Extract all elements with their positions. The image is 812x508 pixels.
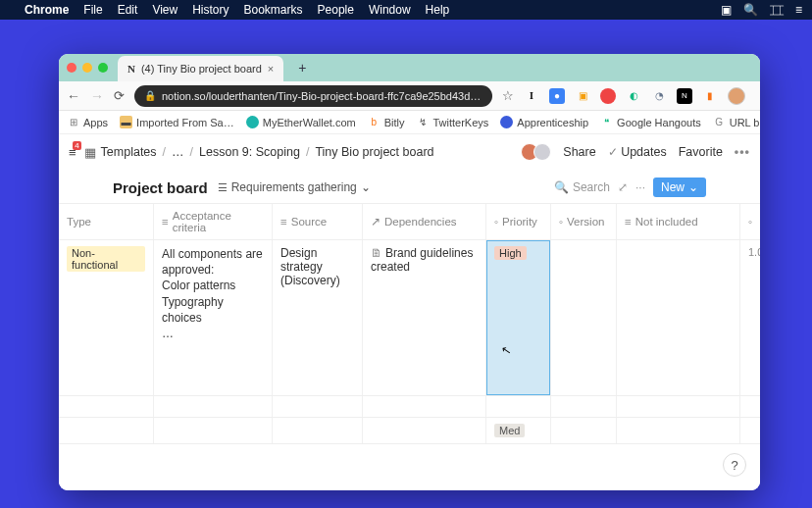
- back-button[interactable]: ←: [67, 88, 80, 104]
- close-window-icon[interactable]: [67, 63, 76, 73]
- extension-icon[interactable]: ▣: [575, 88, 590, 104]
- menu-view[interactable]: View: [152, 3, 178, 17]
- help-button[interactable]: ?: [723, 453, 746, 477]
- menu-file[interactable]: File: [83, 3, 102, 17]
- bookmark-star-icon[interactable]: ☆: [502, 88, 514, 103]
- page-more-icon[interactable]: •••: [735, 145, 750, 159]
- notion-page: ≡4 ▦ Templates / … / Lesson 9: Scoping /…: [59, 134, 760, 490]
- cell-extra: 1.0: [740, 240, 758, 395]
- crumb-lesson[interactable]: Lesson 9: Scoping: [199, 145, 300, 159]
- window-controls: [67, 63, 108, 73]
- browser-tabbar: N (4) Tiny Bio project board × +: [59, 54, 760, 81]
- maximize-window-icon[interactable]: [98, 63, 108, 73]
- crumb-ellipsis[interactable]: …: [172, 145, 184, 159]
- browser-tab[interactable]: N (4) Tiny Bio project board ×: [118, 56, 283, 81]
- notion-favicon-icon: N: [127, 63, 135, 75]
- cell-priority-selected[interactable]: High: [486, 240, 551, 395]
- bookmark-folder[interactable]: ▬Imported From Sa…: [120, 116, 234, 128]
- column-source[interactable]: ≡Source: [273, 204, 363, 239]
- search-button[interactable]: 🔍 Search: [554, 180, 610, 194]
- updates-button[interactable]: ✓ Updates: [608, 145, 667, 159]
- bookmark-item[interactable]: MyEtherWallet.com: [246, 116, 356, 128]
- favorite-button[interactable]: Favorite: [679, 145, 723, 159]
- close-tab-icon[interactable]: ×: [268, 63, 274, 75]
- extension-icon[interactable]: ▮: [702, 88, 718, 104]
- minimize-window-icon[interactable]: [82, 63, 92, 73]
- table-row[interactable]: [59, 396, 760, 418]
- crumb-page[interactable]: Tiny Bio project board: [315, 145, 433, 159]
- bookmark-item[interactable]: bBitly: [368, 116, 405, 128]
- bookmark-apps[interactable]: ⊞Apps: [67, 116, 108, 128]
- column-acceptance[interactable]: ≡Acceptance criteria: [154, 204, 273, 239]
- extension-icon[interactable]: I: [524, 88, 539, 104]
- menu-edit[interactable]: Edit: [118, 3, 138, 17]
- extension-icon[interactable]: ●: [549, 88, 565, 104]
- browser-window: N (4) Tiny Bio project board × + ← → ⟳ 🔒…: [59, 54, 760, 490]
- share-button[interactable]: Share: [563, 145, 595, 159]
- extension-icon[interactable]: [600, 88, 616, 104]
- toggle-icon[interactable]: ⌶⌶: [770, 3, 784, 17]
- list-view-icon: ☰: [218, 181, 228, 194]
- column-dependencies[interactable]: ↗Dependencies: [363, 204, 486, 239]
- extension-icon[interactable]: ◔: [651, 88, 667, 104]
- column-version[interactable]: ◦Version: [551, 204, 617, 239]
- bookmark-item[interactable]: GURL builder: [713, 116, 760, 128]
- profile-avatar[interactable]: [728, 87, 745, 105]
- menu-people[interactable]: People: [318, 3, 354, 17]
- breadcrumb: Templates / … / Lesson 9: Scoping / Tiny…: [101, 145, 434, 159]
- menu-window[interactable]: Window: [369, 3, 411, 17]
- cell-source: Design strategy (Discovery): [280, 246, 354, 287]
- forward-button[interactable]: →: [90, 88, 104, 104]
- bookmarks-bar: ⊞Apps ▬Imported From Sa… MyEtherWallet.c…: [59, 111, 760, 134]
- column-type[interactable]: Type: [59, 204, 154, 239]
- table-row[interactable]: Med: [59, 418, 760, 444]
- address-bar[interactable]: 🔒 notion.so/louderthanten/Tiny-Bio-proje…: [134, 85, 492, 107]
- view-selector[interactable]: ☰ Requirements gathering ⌄: [218, 180, 371, 194]
- cell-dependencies: 🗎Brand guidelines created: [371, 246, 478, 274]
- bookmark-item[interactable]: ❝Google Hangouts: [600, 116, 701, 128]
- cell-acceptance: All components are approved: Color patte…: [162, 246, 264, 341]
- table-row[interactable]: Non-functional All components are approv…: [59, 240, 760, 396]
- type-tag: Non-functional: [67, 246, 145, 272]
- cell-not-included: [617, 240, 740, 395]
- menu-history[interactable]: History: [192, 3, 228, 17]
- database-header: Project board ☰ Requirements gathering ⌄…: [59, 170, 760, 203]
- presence-avatars[interactable]: [526, 143, 551, 161]
- menu-help[interactable]: Help: [426, 3, 450, 17]
- extension-icon[interactable]: N: [677, 88, 692, 104]
- url-text: notion.so/louderthanten/Tiny-Bio-project…: [162, 90, 482, 102]
- notification-badge: 4: [73, 141, 80, 150]
- new-button[interactable]: New⌄: [653, 178, 706, 197]
- view-options-icon[interactable]: ···: [635, 180, 645, 194]
- column-not-included[interactable]: ≡Not included: [617, 204, 740, 239]
- column-priority[interactable]: ◦Priority: [486, 204, 551, 239]
- column-more[interactable]: ◦: [740, 204, 758, 239]
- tab-title: (4) Tiny Bio project board: [141, 63, 262, 75]
- bookmark-item[interactable]: Apprenticeship: [500, 116, 588, 128]
- chrome-menu-icon[interactable]: ⋮: [755, 88, 760, 104]
- database-table: Type ≡Acceptance criteria ≡Source ↗Depen…: [59, 203, 760, 490]
- page-icon: 🗎: [371, 246, 382, 260]
- screen-record-icon[interactable]: ▣: [721, 3, 732, 17]
- lock-icon: 🔒: [144, 90, 156, 101]
- macos-menubar: Chrome File Edit View History Bookmarks …: [0, 0, 812, 20]
- database-title[interactable]: Project board: [113, 179, 208, 196]
- expand-icon[interactable]: ⤢: [618, 180, 628, 194]
- control-center-icon[interactable]: ≡: [795, 3, 802, 17]
- priority-tag: Med: [494, 424, 525, 437]
- notion-topbar: ≡4 ▦ Templates / … / Lesson 9: Scoping /…: [59, 134, 760, 170]
- new-tab-button[interactable]: +: [293, 60, 311, 76]
- menu-chrome[interactable]: Chrome: [25, 3, 69, 17]
- spotlight-icon[interactable]: 🔍: [743, 3, 758, 17]
- sidebar-toggle-icon[interactable]: ≡4: [69, 145, 76, 160]
- cell-version: [551, 240, 617, 395]
- menu-bookmarks[interactable]: Bookmarks: [244, 3, 303, 17]
- templates-icon: ▦: [84, 145, 96, 160]
- reload-button[interactable]: ⟳: [114, 88, 125, 103]
- chevron-down-icon: ⌄: [688, 180, 698, 194]
- priority-tag: High: [494, 246, 527, 260]
- bookmark-item[interactable]: ↯TwitterKeys: [416, 116, 488, 128]
- crumb-root[interactable]: Templates: [101, 145, 157, 159]
- extension-icon[interactable]: ◐: [626, 88, 641, 104]
- chevron-down-icon: ⌄: [361, 180, 371, 194]
